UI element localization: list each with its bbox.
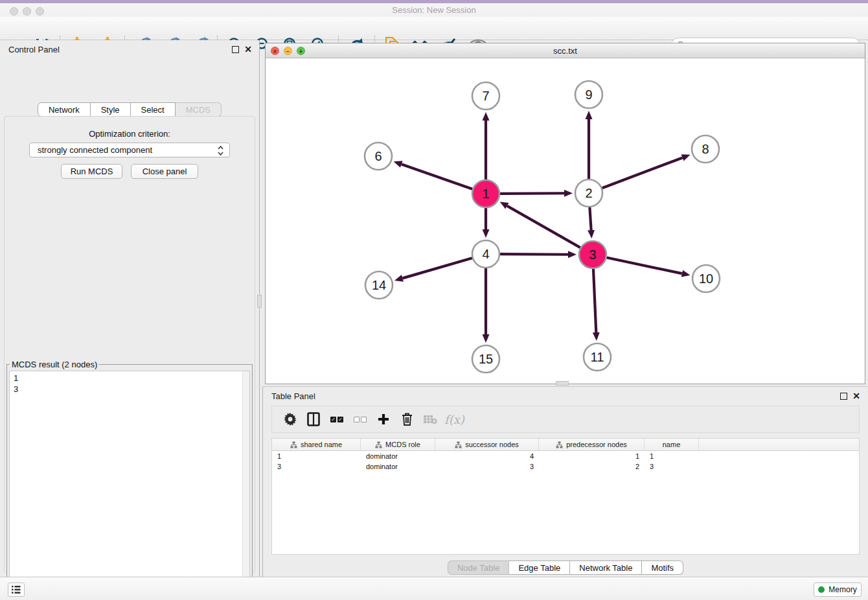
vertical-divider-grip[interactable] <box>257 295 262 308</box>
cell-shared-name[interactable]: 3 <box>272 463 361 470</box>
control-panel: Control Panel ✕ NetworkStyleSelectMCDS O… <box>0 40 260 577</box>
edge-2-3[interactable] <box>589 207 591 230</box>
table-row[interactable]: 3dominator323 <box>272 461 859 472</box>
cell-predecessor-nodes[interactable]: 1 <box>539 452 645 460</box>
network-graph[interactable]: 7968124314101511 <box>266 58 865 384</box>
cell-MCDS-role[interactable]: dominator <box>361 452 435 460</box>
task-history-button[interactable] <box>8 583 25 597</box>
table-panel: Table Panel ✕ ✓✓ f(x) shar <box>262 386 868 577</box>
node-label-4: 4 <box>482 247 489 261</box>
window-title: Session: New Session <box>0 5 868 15</box>
window-titlebar[interactable]: Session: New Session <box>0 3 868 17</box>
memory-button[interactable]: Memory <box>814 583 862 597</box>
cell-successor-nodes[interactable]: 3 <box>435 463 539 470</box>
edge-2-8[interactable] <box>602 157 683 188</box>
node-label-15: 15 <box>479 352 493 366</box>
optimization-criterion-dropdown[interactable]: strongly connected component <box>29 143 230 157</box>
column-label: predecessor nodes <box>566 441 627 448</box>
column-header-MCDS-role[interactable]: MCDS role <box>361 439 435 450</box>
horizontal-divider-grip[interactable] <box>556 381 569 386</box>
close-panel-button[interactable]: Close panel <box>131 164 198 179</box>
tab-style[interactable]: Style <box>91 102 131 117</box>
cell-successor-nodes[interactable]: 4 <box>435 452 539 460</box>
tab-motifs[interactable]: Motifs <box>642 560 683 575</box>
dropdown-value: strongly connected component <box>38 145 152 155</box>
cell-name[interactable]: 1 <box>645 452 699 460</box>
node-label-9: 9 <box>585 87 592 102</box>
memory-label: Memory <box>828 585 856 594</box>
node-label-2: 2 <box>585 186 592 200</box>
node-label-3: 3 <box>589 248 596 262</box>
cell-name[interactable]: 3 <box>645 463 699 470</box>
cell-MCDS-role[interactable]: dominator <box>361 463 435 470</box>
float-panel-icon[interactable] <box>840 393 847 400</box>
table-header-row: shared nameMCDS rolesuccessor nodesprede… <box>272 439 859 451</box>
network-window-title: scc.txt <box>266 46 865 56</box>
tab-mcds[interactable]: MCDS <box>176 102 222 117</box>
edge-1-2[interactable] <box>500 193 564 194</box>
column-label: successor nodes <box>465 441 519 448</box>
mcds-result-box: MCDS result (2 nodes) 1 3 <box>6 360 253 600</box>
table-panel-tabs: Node TableEdge TableNetwork TableMotifs <box>263 560 868 575</box>
memory-status-icon <box>818 586 825 593</box>
node-label-1: 1 <box>482 187 489 201</box>
tab-node-table[interactable]: Node Table <box>448 560 510 575</box>
edge-4-3[interactable] <box>500 254 568 255</box>
table-panel-header: Table Panel ✕ <box>263 387 868 406</box>
main-toolbar <box>0 17 868 40</box>
edge-3-1[interactable] <box>507 206 580 248</box>
tab-network-table[interactable]: Network Table <box>570 560 642 575</box>
cell-shared-name[interactable]: 1 <box>272 452 361 460</box>
network-canvas[interactable]: 7968124314101511 <box>266 58 865 384</box>
node-label-7: 7 <box>482 89 489 103</box>
list-icon <box>12 586 21 594</box>
column-header-successor-nodes[interactable]: successor nodes <box>435 439 539 450</box>
application-window: Session: New Session <box>0 0 868 600</box>
network-window-titlebar[interactable]: × − + scc.txt <box>266 43 865 58</box>
run-mcds-button[interactable]: Run MCDS <box>61 164 122 179</box>
tab-select[interactable]: Select <box>131 102 176 117</box>
close-panel-icon[interactable]: ✕ <box>244 44 252 54</box>
select-all-icon[interactable]: ✓✓ <box>325 410 348 429</box>
close-panel-icon[interactable]: ✕ <box>852 391 860 401</box>
column-header-shared-name[interactable]: shared name <box>272 439 361 450</box>
edge-4-14[interactable] <box>402 258 472 278</box>
column-header-predecessor-nodes[interactable]: predecessor nodes <box>539 439 645 450</box>
edge-3-11[interactable] <box>593 269 596 332</box>
tab-edge-table[interactable]: Edge Table <box>509 560 570 575</box>
hierarchy-sort-icon <box>375 441 382 448</box>
cell-predecessor-nodes[interactable]: 2 <box>539 463 645 470</box>
table-settings-gear-icon[interactable] <box>279 410 302 429</box>
optimization-criterion-label: Optimization criterion: <box>0 129 259 139</box>
node-label-6: 6 <box>374 149 382 163</box>
column-visibility-icon[interactable] <box>302 410 325 429</box>
result-scrollbar[interactable] <box>242 371 249 600</box>
hierarchy-sort-icon <box>556 441 563 448</box>
column-label: shared name <box>301 441 342 448</box>
table-panel-title: Table Panel <box>271 391 315 401</box>
deselect-all-icon[interactable] <box>348 410 372 429</box>
table-body: 1dominator4113dominator323 <box>272 451 859 472</box>
mcds-result-area[interactable]: 1 3 <box>9 371 250 600</box>
delete-table-icon[interactable] <box>418 410 442 429</box>
edge-3-10[interactable] <box>607 258 682 274</box>
tab-network[interactable]: Network <box>38 102 91 117</box>
add-icon[interactable] <box>372 410 395 429</box>
mcds-result-title: MCDS result (2 nodes) <box>10 360 99 369</box>
column-header-name[interactable]: name <box>645 439 699 450</box>
mcds-result-text: 1 3 <box>10 371 242 600</box>
column-label: name <box>663 441 681 448</box>
table-row[interactable]: 1dominator411 <box>272 451 859 461</box>
node-label-10: 10 <box>699 271 713 286</box>
status-bar: Memory <box>0 577 868 600</box>
column-label: MCDS role <box>385 441 420 448</box>
table-toolbar: ✓✓ f(x) <box>271 406 860 433</box>
hierarchy-sort-icon <box>455 441 462 448</box>
node-label-14: 14 <box>372 278 386 292</box>
control-panel-title: Control Panel <box>8 45 60 54</box>
function-builder-icon[interactable]: f(x) <box>444 413 464 426</box>
delete-trash-icon[interactable] <box>395 410 418 429</box>
edge-1-6[interactable] <box>402 165 472 189</box>
float-panel-icon[interactable] <box>232 46 239 53</box>
node-table[interactable]: shared nameMCDS rolesuccessor nodesprede… <box>271 438 860 555</box>
